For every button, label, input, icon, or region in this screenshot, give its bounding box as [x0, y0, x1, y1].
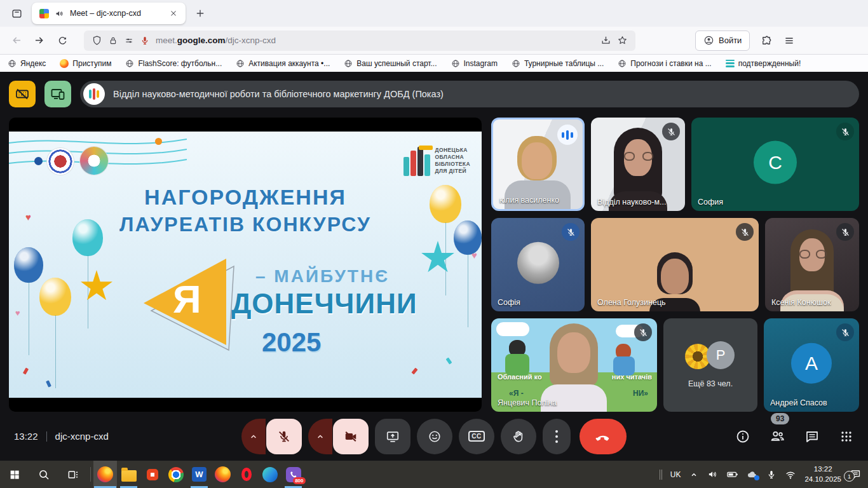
taskbar-firefox-2[interactable]	[211, 461, 234, 488]
back-button[interactable]	[6, 30, 27, 51]
tray-wifi[interactable]	[785, 469, 796, 480]
mic-in-use-icon[interactable]	[140, 36, 150, 46]
companion-mode-button[interactable]	[44, 81, 71, 107]
presenting-banner[interactable]: Відділ науково-методичної роботи та бібл…	[80, 81, 859, 107]
task-view-button[interactable]	[58, 461, 88, 488]
taskbar-search-button[interactable]	[29, 461, 58, 488]
bookmark-item[interactable]: Приступим	[60, 59, 111, 68]
taskbar-firefox-active[interactable]	[93, 461, 117, 488]
participant-tile[interactable]: Софія	[491, 218, 585, 311]
camera-control	[308, 419, 369, 454]
lock-icon[interactable]	[108, 36, 118, 46]
more-options-button[interactable]	[543, 419, 571, 454]
meet-favicon	[39, 9, 49, 18]
balloon	[39, 278, 71, 316]
participant-tile[interactable]: Обласний ко них читачів «Я - НИ» Янцевич…	[491, 318, 657, 412]
login-label: Войти	[719, 36, 742, 45]
bookmark-item[interactable]: Прогнози і ставки на ...	[618, 59, 711, 68]
call-controls: CC	[241, 419, 627, 454]
participant-tile[interactable]: юлия василенко	[491, 118, 585, 211]
participant-tile[interactable]: A Андрей Спасов	[764, 318, 859, 412]
bookmark-item[interactable]: Яндекс	[8, 59, 46, 68]
reload-button[interactable]	[52, 30, 72, 51]
extensions-icon[interactable]	[756, 30, 776, 51]
meet-app: Відділ науково-методичної роботи та бібл…	[0, 72, 868, 461]
firefox-icon	[97, 466, 113, 482]
mic-mute-button[interactable]	[266, 419, 302, 454]
bookmark-item[interactable]: Турнирные таблицы ...	[512, 59, 604, 68]
participant-tile[interactable]: Відділ науково-м...	[591, 118, 685, 211]
library-logo: ДОНЕЦЬКАОБЛАСНАБІБЛІОТЕКАДЛЯ ДІТЕЙ	[403, 146, 471, 176]
balloon	[72, 219, 103, 256]
raise-hand-button[interactable]	[501, 419, 536, 454]
reactions-button[interactable]	[417, 419, 452, 454]
login-button[interactable]: Войти	[695, 30, 750, 51]
people-panel-button[interactable]: 93	[770, 428, 785, 444]
participant-tile[interactable]: Олена Голузинець	[591, 218, 759, 311]
tab-title: Meet – djc-xcnp-cxd	[70, 9, 163, 18]
downloads-icon[interactable]	[600, 35, 611, 46]
menu-hamburger-icon[interactable]	[779, 30, 799, 51]
tracking-shield-icon[interactable]	[92, 35, 102, 46]
tray-battery[interactable]	[726, 468, 738, 480]
active-tab[interactable]: Meet – djc-xcnp-cxd	[32, 3, 186, 24]
info-icon	[735, 429, 750, 444]
new-tab-button[interactable]	[194, 8, 206, 19]
presentation-warning-button[interactable]	[9, 81, 36, 107]
file-explorer-icon	[121, 470, 137, 482]
mic-control	[241, 419, 302, 454]
tray-expand-button[interactable]	[689, 470, 699, 480]
taskbar-file-explorer[interactable]	[117, 461, 140, 488]
present-button[interactable]	[375, 419, 410, 454]
bookmark-item[interactable]: Instagram	[451, 59, 498, 68]
library-logo-text: ДОНЕЦЬКАОБЛАСНАБІБЛІОТЕКАДЛЯ ДІТЕЙ	[435, 147, 471, 176]
participant-tile[interactable]: C София	[691, 118, 859, 211]
bookmark-star-icon[interactable]	[617, 35, 628, 46]
taskbar-office[interactable]	[140, 461, 164, 488]
tray-volume[interactable]	[707, 469, 718, 480]
bookmark-item[interactable]: Ваш успешный старт...	[344, 59, 437, 68]
action-center-button[interactable]: 1	[850, 468, 862, 480]
taskbar-edge[interactable]	[258, 461, 281, 488]
firefox-view-button[interactable]	[6, 3, 27, 24]
windows-taskbar: W 800 UK 13:22 24.10.2025 1	[0, 461, 868, 488]
taskbar-opera[interactable]	[234, 461, 258, 488]
search-icon	[37, 468, 50, 481]
activities-button[interactable]	[839, 429, 854, 444]
mic-options-caret-icon[interactable]	[241, 419, 266, 454]
participant-name: Олена Голузинець	[597, 298, 666, 307]
start-button[interactable]	[0, 461, 29, 488]
camera-off-button[interactable]	[333, 419, 369, 454]
participant-tile[interactable]: Ксенія Конюшок	[765, 218, 859, 311]
tab-close-icon[interactable]	[169, 9, 178, 18]
permissions-icon[interactable]	[124, 36, 134, 46]
language-indicator[interactable]: UK	[670, 470, 681, 479]
hand-icon	[512, 429, 526, 444]
taskbar-word[interactable]: W	[187, 461, 211, 488]
tray-onedrive[interactable]	[747, 469, 758, 480]
leave-call-button[interactable]	[580, 419, 627, 454]
bookmark-item[interactable]: Активация аккаунта •...	[236, 59, 330, 68]
balloon	[14, 247, 43, 283]
captions-button[interactable]: CC	[459, 419, 494, 454]
url-text: meet.google.com/djc-xcnp-cxd	[156, 36, 276, 45]
taskbar-viber[interactable]: 800	[281, 461, 305, 488]
taskbar-clock[interactable]: 13:22 24.10.2025	[804, 464, 841, 484]
overflow-tile[interactable]: P Ещё 83 чел.	[663, 318, 757, 412]
library-logo-icon	[403, 146, 430, 176]
avatar-photo	[517, 241, 559, 283]
tab-audio-icon[interactable]	[55, 9, 64, 18]
presentation-tile[interactable]: ДОНЕЦЬКАОБЛАСНАБІБЛІОТЕКАДЛЯ ДІТЕЙ НАГОР…	[9, 118, 482, 412]
chat-panel-button[interactable]	[804, 429, 820, 444]
meeting-info: 13:22 djc-xcnp-cxd	[14, 431, 109, 442]
url-bar[interactable]: meet.google.com/djc-xcnp-cxd	[84, 30, 635, 51]
bookmark-item[interactable]: FlashScore: футбольн...	[125, 59, 222, 68]
meeting-details-button[interactable]	[735, 429, 750, 444]
bookmark-item[interactable]: подтвержденный!	[726, 59, 801, 68]
forward-button[interactable]	[29, 30, 50, 51]
taskbar-chrome[interactable]	[164, 461, 187, 488]
speaker-icon	[707, 469, 718, 480]
tray-microphone[interactable]	[766, 470, 776, 480]
camera-options-caret-icon[interactable]	[308, 419, 332, 454]
cloud-status-dot	[754, 475, 759, 480]
